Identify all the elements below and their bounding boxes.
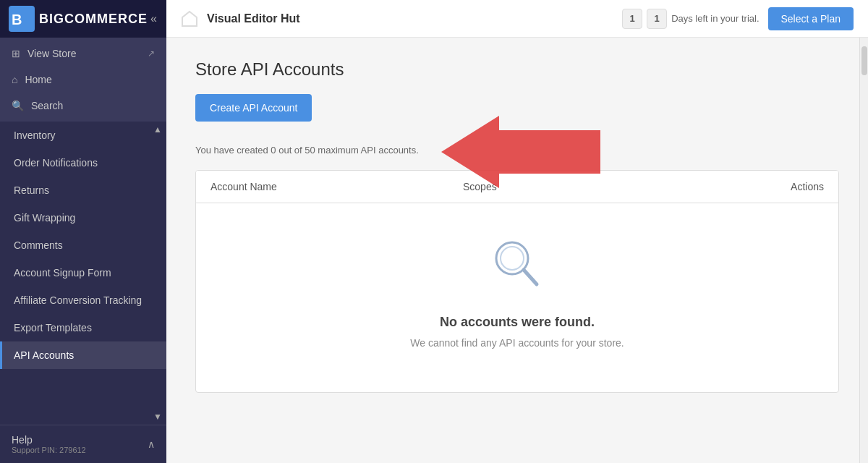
returns-label: Returns xyxy=(14,184,49,196)
table-body-empty: No accounts were found. We cannot find a… xyxy=(196,203,838,392)
logo-text: BIGCOMMERCE xyxy=(39,12,148,27)
view-store-link[interactable]: ⊞ View Store ↗ xyxy=(0,41,166,67)
collapse-button[interactable]: « xyxy=(148,9,160,28)
view-store-label: View Store xyxy=(27,48,76,59)
scroll-down-arrow: ▼ xyxy=(153,412,162,422)
order-notifications-label: Order Notifications xyxy=(14,157,98,169)
svg-point-4 xyxy=(501,247,524,270)
trial-text: Days left in your trial. xyxy=(671,13,759,24)
sidebar-header: B BIGCOMMERCE « xyxy=(0,0,166,38)
empty-state-icon xyxy=(485,232,550,300)
empty-state-title: No accounts were found. xyxy=(440,315,595,330)
account-signup-form-label: Account Signup Form xyxy=(14,267,111,279)
empty-state-desc: We cannot find any API accounts for your… xyxy=(410,337,624,349)
logo: B BIGCOMMERCE xyxy=(9,6,148,32)
trial-badge-1: 1 xyxy=(622,9,642,29)
store-icon xyxy=(181,10,198,27)
external-link-icon: ↗ xyxy=(148,48,155,59)
scroll-thumb[interactable] xyxy=(861,46,867,75)
api-accounts-label: API Accounts xyxy=(14,349,74,361)
trial-info: 1 1 Days left in your trial. xyxy=(622,9,759,29)
store-name: Visual Editor Hut xyxy=(207,12,613,25)
svg-line-5 xyxy=(524,270,537,284)
bigcommerce-logo-icon: B xyxy=(9,6,35,32)
affiliate-conversion-label: Affiliate Conversion Tracking xyxy=(14,294,142,306)
main-content: Visual Editor Hut 1 1 Days left in your … xyxy=(166,0,868,463)
select-plan-button[interactable]: Select a Plan xyxy=(768,7,854,30)
create-api-account-button[interactable]: Create API Account xyxy=(195,94,312,122)
sidebar-item-order-notifications[interactable]: Order Notifications xyxy=(0,149,166,177)
sidebar-item-affiliate-conversion[interactable]: Affiliate Conversion Tracking xyxy=(0,286,166,314)
search-link[interactable]: 🔍 Search xyxy=(0,93,166,119)
scrollbar[interactable] xyxy=(859,38,868,463)
search-icon: 🔍 xyxy=(12,100,24,111)
sidebar-item-inventory[interactable]: Inventory xyxy=(0,122,166,149)
page-content: Store API Accounts Create API Account Yo… xyxy=(166,38,868,463)
export-templates-label: Export Templates xyxy=(14,322,92,334)
sidebar-item-export-templates[interactable]: Export Templates xyxy=(0,314,166,341)
inventory-label: Inventory xyxy=(14,129,56,141)
search-label: Search xyxy=(31,100,63,111)
table-header: Account Name Scopes Actions xyxy=(196,171,838,203)
home-icon: ⌂ xyxy=(12,74,17,85)
sidebar-item-account-signup-form[interactable]: Account Signup Form xyxy=(0,259,166,286)
view-store-icon: ⊞ xyxy=(12,48,20,59)
comments-label: Comments xyxy=(14,239,63,251)
svg-text:B: B xyxy=(12,12,22,27)
footer-arrow-icon: ∧ xyxy=(148,438,155,450)
help-label: Help xyxy=(12,434,86,446)
col-account-name: Account Name xyxy=(210,181,463,192)
sidebar-top-links: ⊞ View Store ↗ ⌂ Home 🔍 Search xyxy=(0,38,166,122)
gift-wrapping-label: Gift Wrapping xyxy=(14,212,75,224)
support-pin: Support PIN: 279612 xyxy=(12,446,86,454)
page-title: Store API Accounts xyxy=(195,59,839,80)
svg-marker-2 xyxy=(182,12,197,26)
topbar: Visual Editor Hut 1 1 Days left in your … xyxy=(166,0,868,38)
api-accounts-table: Account Name Scopes Actions No accounts … xyxy=(195,170,839,393)
sidebar-item-gift-wrapping[interactable]: Gift Wrapping xyxy=(0,204,166,232)
sidebar-item-returns[interactable]: Returns xyxy=(0,177,166,204)
sidebar-nav: ▲ Inventory Order Notifications Returns … xyxy=(0,122,166,425)
accounts-info-text: You have created 0 out of 50 maximum API… xyxy=(195,145,839,156)
trial-badge-2: 1 xyxy=(647,9,667,29)
home-label: Home xyxy=(25,74,51,85)
col-scopes: Scopes xyxy=(463,181,715,192)
col-actions: Actions xyxy=(715,181,824,192)
sidebar-footer[interactable]: Help Support PIN: 279612 ∧ xyxy=(0,425,166,463)
sidebar: B BIGCOMMERCE « ⊞ View Store ↗ ⌂ Home 🔍 … xyxy=(0,0,166,463)
sidebar-item-api-accounts[interactable]: API Accounts xyxy=(0,341,166,369)
home-link[interactable]: ⌂ Home xyxy=(0,67,166,93)
sidebar-item-comments[interactable]: Comments xyxy=(0,232,166,259)
